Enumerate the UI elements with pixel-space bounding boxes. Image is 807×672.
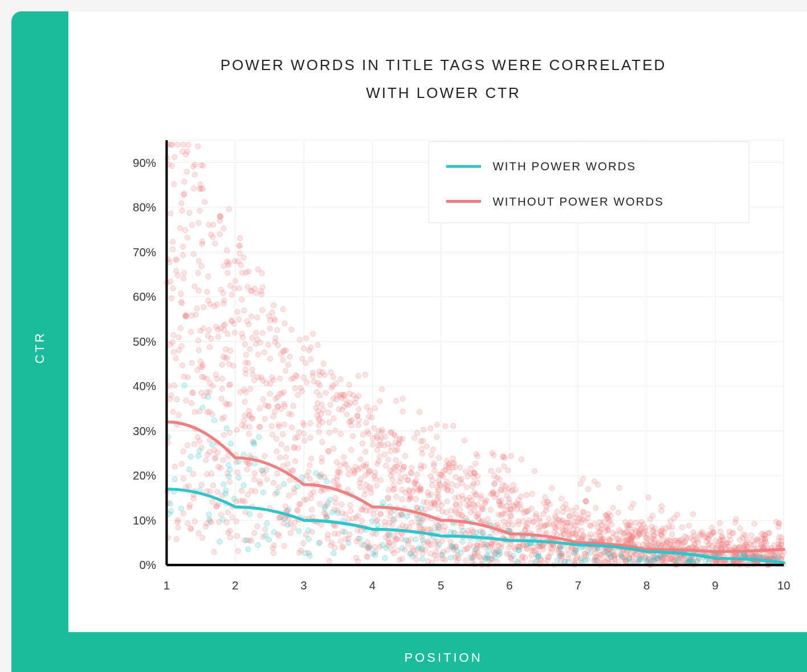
- svg-point-1764: [521, 519, 526, 524]
- svg-point-1631: [507, 518, 512, 523]
- svg-point-2126: [213, 241, 218, 246]
- svg-point-2309: [313, 470, 319, 476]
- svg-point-2001: [263, 527, 268, 532]
- svg-point-165: [219, 396, 224, 401]
- svg-point-2443: [451, 530, 457, 535]
- svg-point-1709: [428, 551, 433, 556]
- svg-point-954: [170, 409, 176, 414]
- y-tick-label: 70%: [133, 246, 156, 259]
- svg-point-1161: [445, 487, 450, 493]
- svg-point-1992: [531, 519, 536, 525]
- svg-point-2410: [212, 418, 217, 423]
- svg-point-728: [237, 286, 242, 291]
- svg-point-500: [239, 297, 244, 302]
- svg-point-1712: [240, 335, 245, 340]
- svg-point-2258: [346, 540, 351, 546]
- svg-point-515: [368, 486, 373, 491]
- svg-point-2436: [274, 490, 279, 495]
- svg-point-1844: [413, 486, 418, 491]
- svg-point-285: [348, 508, 353, 513]
- svg-point-2117: [488, 540, 494, 546]
- svg-point-2161: [678, 543, 683, 548]
- svg-point-816: [201, 305, 206, 310]
- svg-point-2389: [260, 490, 266, 495]
- svg-point-1307: [363, 487, 368, 493]
- svg-point-1219: [418, 439, 423, 444]
- svg-point-1181: [271, 480, 276, 485]
- svg-point-1047: [237, 498, 242, 503]
- svg-point-1993: [292, 436, 297, 441]
- svg-point-2480: [303, 551, 308, 556]
- svg-point-261: [365, 429, 370, 434]
- y-tick-label: 30%: [133, 425, 156, 437]
- svg-point-2465: [285, 522, 290, 527]
- svg-point-1500: [458, 465, 463, 470]
- svg-point-1972: [227, 401, 232, 407]
- svg-point-793: [257, 406, 262, 411]
- svg-point-317: [180, 301, 185, 306]
- svg-point-1826: [319, 522, 324, 527]
- svg-point-2233: [282, 516, 287, 521]
- y-tick-label: 0%: [139, 559, 156, 571]
- svg-point-1570: [178, 326, 183, 331]
- svg-point-805: [529, 491, 535, 497]
- svg-point-1530: [394, 494, 399, 499]
- svg-point-1935: [453, 474, 458, 480]
- y-axis-label: CTR: [32, 331, 47, 363]
- svg-point-1614: [288, 531, 293, 536]
- svg-point-1978: [663, 542, 668, 547]
- svg-point-974: [289, 327, 294, 332]
- svg-point-1066: [339, 502, 344, 507]
- svg-point-1027: [646, 495, 651, 500]
- svg-point-2020: [246, 408, 251, 413]
- svg-point-2242: [511, 553, 516, 558]
- svg-point-2112: [593, 506, 598, 511]
- svg-point-1836: [292, 490, 297, 495]
- svg-point-1675: [628, 523, 633, 528]
- svg-point-1981: [223, 347, 228, 352]
- svg-point-2191: [580, 535, 585, 540]
- svg-point-1035: [181, 511, 186, 516]
- svg-point-1348: [180, 208, 185, 213]
- svg-point-2074: [372, 470, 377, 475]
- svg-point-2261: [221, 517, 226, 522]
- svg-point-1093: [199, 374, 205, 379]
- svg-point-1365: [370, 436, 375, 441]
- svg-point-1539: [272, 409, 278, 414]
- svg-point-2440: [558, 546, 563, 551]
- svg-point-2054: [248, 488, 254, 493]
- svg-point-2255: [260, 468, 265, 473]
- svg-point-156: [717, 521, 722, 526]
- svg-point-1178: [206, 274, 211, 279]
- svg-point-1529: [430, 478, 435, 483]
- svg-point-2475: [439, 552, 445, 557]
- svg-point-1984: [172, 154, 177, 159]
- svg-point-1772: [508, 513, 513, 518]
- svg-point-2016: [363, 449, 368, 454]
- svg-point-2207: [179, 343, 184, 349]
- svg-point-157: [429, 452, 434, 457]
- svg-point-2079: [309, 495, 314, 501]
- svg-point-442: [464, 498, 470, 503]
- svg-point-846: [691, 530, 696, 535]
- svg-point-2193: [301, 497, 307, 502]
- svg-point-836: [169, 296, 174, 301]
- svg-point-2423: [381, 500, 386, 505]
- legend-series-2: WITHOUT POWER WORDS: [493, 195, 665, 208]
- svg-point-1949: [347, 532, 352, 537]
- svg-point-2370: [205, 394, 210, 399]
- svg-point-2091: [714, 546, 719, 551]
- svg-point-609: [168, 342, 173, 347]
- svg-point-2317: [418, 521, 423, 526]
- svg-point-528: [222, 298, 227, 303]
- chart-title-line-1: POWER WORDS IN TITLE TAGS WERE CORRELATE…: [221, 56, 667, 73]
- svg-point-1731: [186, 142, 191, 147]
- svg-point-1901: [181, 142, 186, 147]
- svg-point-2095: [282, 422, 287, 427]
- svg-point-2279: [375, 523, 380, 528]
- svg-point-1476: [624, 530, 629, 535]
- svg-point-2206: [629, 530, 634, 535]
- svg-point-1692: [242, 342, 247, 347]
- svg-point-508: [235, 309, 240, 314]
- svg-point-380: [333, 495, 338, 501]
